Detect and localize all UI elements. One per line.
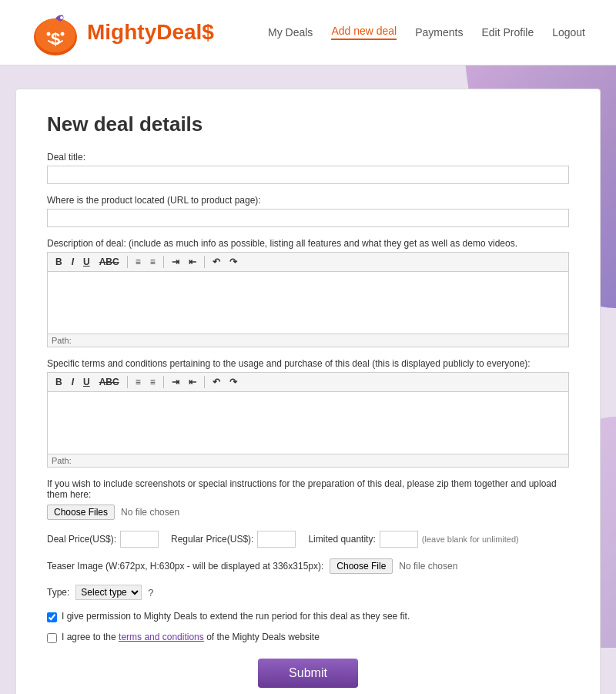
terms-indent-button[interactable]: ⇥ xyxy=(168,375,183,389)
terms-conditions-link[interactable]: terms and conditions xyxy=(119,632,204,642)
description-editor-body[interactable] xyxy=(48,272,568,334)
teaser-no-file-text: No file chosen xyxy=(399,561,457,572)
permission-checkbox-row: I give permission to Mighty Deals to ext… xyxy=(47,611,569,622)
terms-undo-button[interactable]: ↶ xyxy=(209,375,224,389)
main-nav: My Deals Add new deal Payments Edit Prof… xyxy=(268,25,585,40)
choose-files-button[interactable]: Choose Files xyxy=(47,505,115,520)
type-label: Type: xyxy=(47,587,69,598)
choose-teaser-file-button[interactable]: Choose File xyxy=(330,558,393,574)
terms-group: Specific terms and conditions pertaining… xyxy=(47,358,569,468)
description-group: Description of deal: (include as much in… xyxy=(47,238,569,347)
price-row: Deal Price(US$): Regular Price(US$): Lim… xyxy=(47,531,569,548)
nav-my-deals[interactable]: My Deals xyxy=(268,26,313,39)
page-title: New deal details xyxy=(47,112,569,136)
terms-agree-label: I agree to the terms and conditions of t… xyxy=(62,632,320,642)
terms-label: Specific terms and conditions pertaining… xyxy=(47,358,569,369)
regular-price-label: Regular Price(US$): xyxy=(171,534,253,545)
terms-italic-button[interactable]: I xyxy=(68,375,78,389)
underline-button[interactable]: U xyxy=(79,255,94,269)
terms-agree-checkbox[interactable] xyxy=(47,633,57,643)
product-url-input[interactable] xyxy=(47,209,569,227)
description-label: Description of deal: (include as much in… xyxy=(47,238,569,249)
unordered-list-button[interactable]: ≡ xyxy=(132,255,145,269)
no-file-chosen-text: No file chosen xyxy=(121,507,179,518)
description-editor: B I U ABC ≡ ≡ ⇥ ⇤ ↶ ↷ Path: xyxy=(47,252,569,347)
file-upload-section: If you wish to include screenshots or sp… xyxy=(47,478,569,520)
deal-title-group: Deal title: xyxy=(47,152,569,184)
submit-button[interactable]: Submit xyxy=(258,659,358,688)
nav-payments[interactable]: Payments xyxy=(415,26,463,39)
logo-icon: $ xyxy=(31,8,81,58)
limited-qty-item: Limited quantity: (leave blank for unlim… xyxy=(308,531,518,548)
svg-point-5 xyxy=(60,16,63,19)
logo-text: MightyDeal$ xyxy=(87,20,214,44)
file-upload-label: If you wish to include screenshots or sp… xyxy=(47,478,569,500)
deal-price-input[interactable] xyxy=(120,531,159,548)
teaser-row: Teaser Image (W:672px, H:630px - will be… xyxy=(47,558,569,574)
type-row: Type: Select type ? xyxy=(47,585,569,600)
terms-editor-body[interactable] xyxy=(48,392,568,454)
nav-logout[interactable]: Logout xyxy=(552,26,585,39)
italic-button[interactable]: I xyxy=(68,255,78,269)
product-url-label: Where is the product located (URL to pro… xyxy=(47,195,569,206)
indent-button[interactable]: ⇥ xyxy=(168,255,183,269)
toolbar-sep3 xyxy=(204,256,205,268)
file-upload-row: Choose Files No file chosen xyxy=(47,505,569,520)
type-select[interactable]: Select type xyxy=(75,585,142,600)
strikethrough-button[interactable]: ABC xyxy=(95,255,123,269)
terms-underline-button[interactable]: U xyxy=(79,375,94,389)
description-toolbar: B I U ABC ≡ ≡ ⇥ ⇤ ↶ ↷ xyxy=(48,253,568,272)
limited-qty-label: Limited quantity: xyxy=(308,534,375,545)
regular-price-input[interactable] xyxy=(257,531,296,548)
permission-label: I give permission to Mighty Deals to ext… xyxy=(62,611,410,622)
deal-title-input[interactable] xyxy=(47,166,569,184)
teaser-label: Teaser Image (W:672px, H:630px - will be… xyxy=(47,561,323,572)
terms-pre-text: I agree to the xyxy=(62,632,119,642)
deal-price-item: Deal Price(US$): xyxy=(47,531,159,548)
terms-post-text: of the Mighty Deals website xyxy=(204,632,320,642)
terms-toolbar-sep1 xyxy=(127,376,128,388)
terms-checkbox-row: I agree to the terms and conditions of t… xyxy=(47,632,569,643)
svg-text:$: $ xyxy=(51,29,60,49)
terms-toolbar: B I U ABC ≡ ≡ ⇥ ⇤ ↶ ↷ xyxy=(48,373,568,392)
terms-toolbar-sep2 xyxy=(163,376,164,388)
regular-price-item: Regular Price(US$): xyxy=(171,531,296,548)
terms-toolbar-sep3 xyxy=(204,376,205,388)
deal-title-label: Deal title: xyxy=(47,152,569,163)
bold-button[interactable]: B xyxy=(52,255,66,269)
qty-hint: (leave blank for unlimited) xyxy=(422,535,519,544)
terms-unordered-list-button[interactable]: ≡ xyxy=(132,375,145,389)
terms-editor-footer: Path: xyxy=(48,454,568,467)
toolbar-sep1 xyxy=(127,256,128,268)
nav-edit-profile[interactable]: Edit Profile xyxy=(481,26,534,39)
undo-button[interactable]: ↶ xyxy=(209,255,224,269)
terms-editor: B I U ABC ≡ ≡ ⇥ ⇤ ↶ ↷ Path: xyxy=(47,372,569,468)
terms-bold-button[interactable]: B xyxy=(52,375,66,389)
ordered-list-button[interactable]: ≡ xyxy=(146,255,159,269)
description-editor-footer: Path: xyxy=(48,334,568,347)
logo: $ MightyDeal$ xyxy=(31,8,214,58)
main-form-container: New deal details Deal title: Where is th… xyxy=(15,89,601,694)
submit-area: Submit xyxy=(47,659,569,688)
header: $ MightyDeal$ My Deals Add new deal Paym… xyxy=(0,0,616,65)
terms-outdent-button[interactable]: ⇤ xyxy=(185,375,200,389)
terms-strikethrough-button[interactable]: ABC xyxy=(95,375,123,389)
terms-redo-button[interactable]: ↷ xyxy=(226,375,241,389)
terms-ordered-list-button[interactable]: ≡ xyxy=(146,375,159,389)
limited-qty-input[interactable] xyxy=(380,531,418,548)
svg-point-3 xyxy=(47,32,51,35)
svg-point-4 xyxy=(61,32,65,35)
nav-add-new-deal[interactable]: Add new deal xyxy=(331,25,397,40)
deal-price-label: Deal Price(US$): xyxy=(47,534,116,545)
permission-checkbox[interactable] xyxy=(47,612,57,622)
product-url-group: Where is the product located (URL to pro… xyxy=(47,195,569,227)
redo-button[interactable]: ↷ xyxy=(226,255,241,269)
toolbar-sep2 xyxy=(163,256,164,268)
type-help-link[interactable]: ? xyxy=(148,587,153,598)
outdent-button[interactable]: ⇤ xyxy=(185,255,200,269)
